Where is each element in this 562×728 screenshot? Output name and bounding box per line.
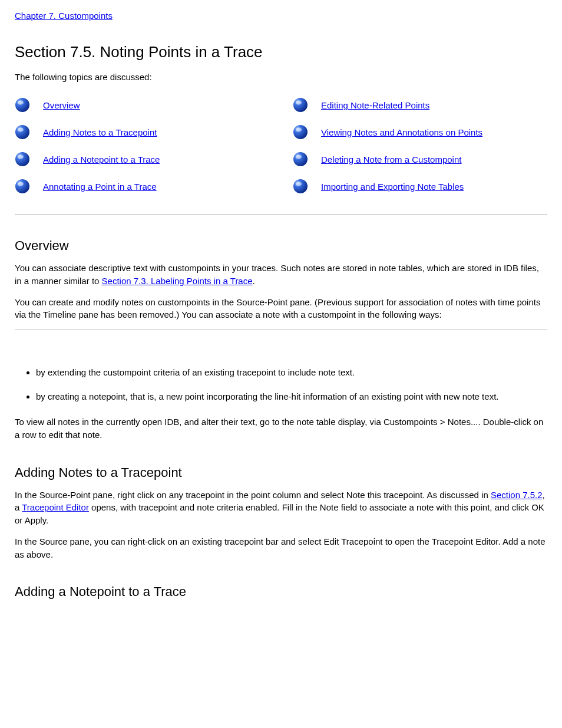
adding-notes-p1-b: opens, with tracepoint and note criteria… bbox=[15, 502, 544, 525]
bullet-sphere-icon bbox=[15, 97, 30, 113]
link-section-7-3[interactable]: Section 7.3. Labeling Points in a Trace bbox=[102, 276, 253, 286]
svg-point-6 bbox=[15, 179, 29, 193]
bullet-sphere-icon bbox=[293, 124, 308, 140]
topics-grid: Overview Adding Notes to a Tracepoint Ad… bbox=[15, 97, 547, 206]
svg-point-1 bbox=[18, 101, 24, 105]
adding-notes-p1-a: In the Source-Point pane, right click on… bbox=[15, 490, 491, 500]
topics-col-left: Overview Adding Notes to a Tracepoint Ad… bbox=[15, 97, 269, 206]
svg-point-10 bbox=[293, 125, 308, 139]
bullet-sphere-icon bbox=[15, 179, 30, 194]
chapter-link[interactable]: Chapter 7. Custompoints bbox=[15, 11, 113, 21]
svg-point-4 bbox=[15, 152, 29, 166]
topic-link-adding-notes[interactable]: Adding Notes to a Tracepoint bbox=[43, 127, 157, 137]
bullet-sphere-icon bbox=[15, 151, 30, 167]
topic-link-viewing[interactable]: Viewing Notes and Annotations on Points bbox=[321, 127, 482, 137]
divider bbox=[15, 330, 547, 330]
svg-point-0 bbox=[15, 98, 29, 112]
svg-point-11 bbox=[296, 128, 302, 132]
overview-p1-b: . bbox=[253, 276, 255, 286]
svg-point-2 bbox=[15, 125, 29, 139]
svg-point-12 bbox=[293, 152, 308, 166]
svg-point-15 bbox=[296, 182, 302, 186]
bullet-sphere-icon bbox=[293, 179, 308, 194]
bullet-sphere-icon bbox=[293, 97, 308, 113]
topic-link-adding-notepoint[interactable]: Adding a Notepoint to a Trace bbox=[43, 154, 160, 164]
overview-bullets: by extending the custompoint criteria of… bbox=[15, 367, 547, 401]
overview-p1: You can associate descriptive text with … bbox=[15, 262, 547, 288]
topic-link-import-export[interactable]: Importing and Exporting Note Tables bbox=[321, 182, 464, 192]
svg-point-3 bbox=[18, 128, 24, 132]
topics-intro: The following topics are discussed: bbox=[15, 72, 547, 82]
svg-point-8 bbox=[293, 98, 308, 112]
list-item: by extending the custompoint criteria of… bbox=[36, 367, 547, 377]
adding-notes-heading: Adding Notes to a Tracepoint bbox=[15, 465, 547, 480]
bullet-sphere-icon bbox=[15, 124, 30, 140]
topic-link-annotating[interactable]: Annotating a Point in a Trace bbox=[43, 182, 157, 192]
svg-point-7 bbox=[18, 182, 24, 186]
svg-point-13 bbox=[296, 155, 302, 159]
adding-notepoint-heading: Adding a Notepoint to a Trace bbox=[15, 584, 547, 599]
overview-p3: To view all notes in the currently open … bbox=[15, 416, 547, 442]
svg-point-5 bbox=[18, 155, 24, 159]
section-title: Section 7.5. Noting Points in a Trace bbox=[15, 43, 547, 61]
divider bbox=[15, 214, 547, 215]
topics-col-right: Editing Note-Related Points Viewing Note… bbox=[293, 97, 547, 206]
overview-p2: You can create and modify notes on custo… bbox=[15, 296, 547, 322]
adding-notes-p1: In the Source-Point pane, right click on… bbox=[15, 489, 547, 527]
link-tracepoint-editor[interactable]: Tracepoint Editor bbox=[22, 502, 89, 512]
topic-link-deleting[interactable]: Deleting a Note from a Custompoint bbox=[321, 154, 461, 164]
overview-heading: Overview bbox=[15, 238, 547, 253]
overview-p1-a: You can associate descriptive text with … bbox=[15, 263, 539, 286]
topic-link-overview[interactable]: Overview bbox=[43, 100, 80, 110]
link-section-7-5-2[interactable]: Section 7.5.2 bbox=[491, 490, 543, 500]
list-item: by creating a notepoint, that is, a new … bbox=[36, 391, 547, 401]
svg-point-14 bbox=[293, 179, 308, 193]
topic-link-editing[interactable]: Editing Note-Related Points bbox=[321, 100, 429, 110]
note-ways-heading bbox=[15, 347, 547, 359]
bullet-sphere-icon bbox=[293, 151, 308, 167]
adding-notes-p2: In the Source pane, you can right-click … bbox=[15, 535, 547, 561]
svg-point-9 bbox=[296, 101, 302, 105]
